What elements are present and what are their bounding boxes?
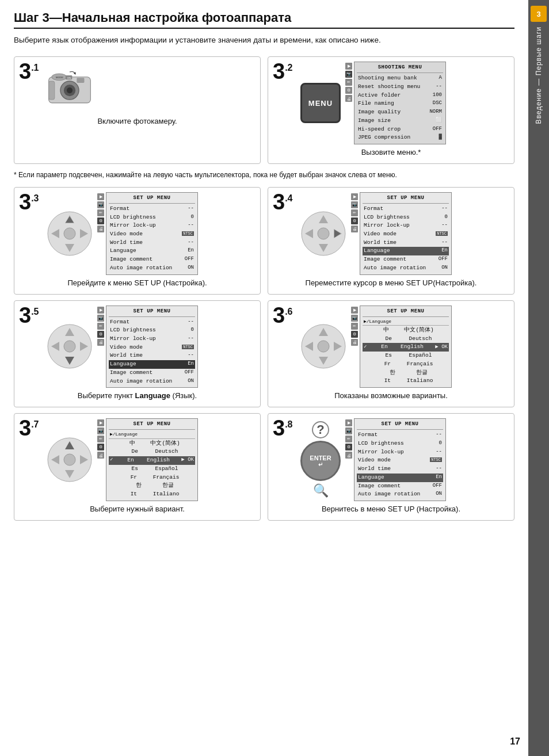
step-number-2: 3.2 [273,60,292,82]
svg-point-9 [67,87,73,93]
dpad-illustration-6 [300,323,346,369]
svg-text:MODE: MODE [56,76,63,79]
setup-sidebar-icon-3: ✏ [97,209,104,216]
shooting-menu-display: ▶ 📷 ✏ ⚙ 🖨 SHOOTING MENU Shooting menu ba… [345,62,446,144]
step-4-caption: Переместите курсор в меню SET UP(Настрой… [273,278,509,289]
step-number-7: 3.7 [19,417,39,439]
step-7-content: ▶ 📷 ✏ ⚙ 🖨 SET UP MENU ▶/Language 中中文(简体)… [19,418,256,501]
step-3-8: 3.8 ? ENTER ↵ 🔍 ▶ 📷 ✏ [268,413,514,521]
setup-sidebar-4: ▶ 📷 ✏ ⚙ 🖨 [351,192,358,275]
menu-row-4: File namingDSC [357,100,443,108]
step-number-1: 3.1 [19,60,39,82]
footnote: * Если параметр подсвечен, нажимайте на … [14,170,514,180]
enter-arrow: ↵ [318,461,323,468]
svg-text:3: 3 [536,10,540,18]
step-3-2: 3.2 MENU ▶ 📷 ✏ ⚙ 🖨 SHOOTING MENU Shooti [268,56,514,164]
sidebar-icon-2: 📷 [345,71,352,78]
dpad-illustration-3 [47,211,93,257]
page-subtitle: Выберите язык отображения информации и у… [14,35,514,46]
setup-menu-display-8: ▶ 📷 ✏ ⚙ 🖨 SET UP MENU Format-- LCD brigh… [345,418,446,501]
setup-sidebar-icon-1: ▶ [97,193,104,200]
step-3-6: 3.6 ▶ 📷 ✏ ⚙ 🖨 [268,300,514,408]
step-3-content: ▶ 📷 ✏ ⚙ 🖨 SET UP MENU Format-- LCD brigh… [19,192,256,275]
setup-sidebar-5: ▶ 📷 ✏ ⚙ 🖨 [97,306,104,388]
lang-options-display: ▶ 📷 ✏ ⚙ 🖨 SET UP MENU ▶/Language 中中文(简体)… [351,306,452,388]
step-5-content: ▶ 📷 ✏ ⚙ 🖨 SET UP MENU Format-- LCD brigh… [19,306,256,388]
step-4-content: ▶ 📷 ✏ ⚙ 🖨 SET UP MENU Format-- LCD brigh… [273,192,509,275]
enter-label: ENTER [310,455,331,461]
setup-menu-screen-4: SET UP MENU Format-- LCD brightness0 Mir… [360,192,452,275]
svg-point-24 [318,228,329,239]
shooting-menu-header: SHOOTING MENU [357,64,443,73]
setup-menu-display-5: ▶ 📷 ✏ ⚙ 🖨 SET UP MENU Format-- LCD brigh… [97,306,198,388]
svg-point-43 [64,454,75,465]
step-3-1: 3.1 MODE ON [14,56,261,164]
step-3-5: 3.5 ▶ 📷 ✏ ⚙ 🖨 [14,300,261,408]
side-tab-text: Введение — Первые шаги [535,26,543,124]
menu-row-7: Hi-speed cropOFF [357,125,443,134]
side-tab: 3 Введение — Первые шаги [528,0,549,756]
menu-row-2: Reset shooting menu-- [357,83,443,91]
language-bold: Language [135,391,170,400]
step-8-content: ? ENTER ↵ 🔍 ▶ 📷 ✏ ⚙ 🖨 [273,418,509,501]
shooting-menu-screen: SHOOTING MENU Shooting menu bankA Reset … [354,62,446,144]
step-6-caption: Показаны возможные варианты. [273,391,509,402]
menu-row-6: Image size⬜ [357,117,443,125]
lang-select-menu: SET UP MENU ▶/Language 中中文(简体) DeDeutsch… [106,418,198,501]
dpad-illustration-7 [47,437,93,483]
step-number-5: 3.5 [19,304,39,326]
page-title: Шаг 3—Начальная настройка фотоаппарата [14,10,514,29]
step-number-4: 3.4 [273,191,292,213]
step-number-8: 3.8 [273,417,292,439]
step-8-caption: Вернитесь в меню SET UP (Настройка). [273,505,509,516]
menu-row-3: Active folder100 [357,91,443,100]
steps-row-3: 3.5 ▶ 📷 ✏ ⚙ 🖨 [14,300,514,408]
step-2-caption: Вызовите меню.* [273,148,509,159]
setup-menu-screen-5: SET UP MENU Format-- LCD brightness0 Mir… [106,306,198,388]
search-icon: 🔍 [313,483,329,498]
setup-sidebar-8: ▶ 📷 ✏ ⚙ 🖨 [345,418,352,501]
setup-sidebar-icon-5: 🖨 [97,226,104,232]
step-3-3: 3.3 [14,187,261,295]
main-content: Шаг 3—Начальная настройка фотоаппарата В… [0,0,528,537]
camera-dial-illustration: MODE ON [47,64,93,110]
steps-row-4: 3.7 ▶ 📷 ✏ ⚙ 🖨 [14,413,514,521]
sidebar-icon-5: 🖨 [345,95,352,102]
question-mark-icon: ? [312,421,329,438]
step-number-3: 3.3 [19,191,39,213]
lang-options-menu: SET UP MENU ▶/Language 中中文(简体) DeDeutsch… [360,306,452,388]
lang-select-display: ▶ 📷 ✏ ⚙ 🖨 SET UP MENU ▶/Language 中中文(简体)… [97,418,198,501]
enter-button-group: ? ENTER ↵ 🔍 [300,421,341,498]
setup-sidebar-icon-4: ⚙ [97,217,104,224]
step-3-caption: Перейдите к меню SET UP (Настройка). [19,278,256,289]
sidebar-icon-3: ✏ [345,79,352,86]
chapter-icon: 3 [531,6,547,22]
svg-text:ON: ON [67,77,71,79]
setup-menu-display-4: ▶ 📷 ✏ ⚙ 🖨 SET UP MENU Format-- LCD brigh… [351,192,452,275]
svg-rect-10 [77,78,84,83]
step-3-7: 3.7 ▶ 📷 ✏ ⚙ 🖨 [14,413,261,521]
menu-sidebar-icons: ▶ 📷 ✏ ⚙ 🖨 [345,62,352,144]
steps-row-1: 3.1 MODE ON [14,56,514,164]
menu-button-illustration: MENU [300,83,341,123]
menu-row-5: Image qualityNORM [357,108,443,117]
lang-select-sidebar: ▶ 📷 ✏ ⚙ 🖨 [97,418,104,501]
steps-row-2: 3.3 [14,187,514,295]
step-2-content: MENU ▶ 📷 ✏ ⚙ 🖨 SHOOTING MENU Shooting me… [273,62,509,144]
setup-menu-screen-3: SET UP MENU Format-- LCD brightness0 Mir… [106,192,198,275]
svg-point-17 [64,228,75,239]
setup-menu-display-3: ▶ 📷 ✏ ⚙ 🖨 SET UP MENU Format-- LCD brigh… [97,192,198,275]
menu-row-1: Shooting menu bankA [357,74,443,83]
dpad-illustration-5 [47,323,93,369]
lang-options-sidebar: ▶ 📷 ✏ ⚙ 🖨 [351,306,358,388]
dpad-illustration-4 [300,211,346,257]
menu-row-8: JPEG compression▓ [357,133,443,142]
step-7-caption: Выберите нужный вариант. [19,505,256,516]
step-number-6: 3.6 [273,304,292,326]
setup-sidebar-3: ▶ 📷 ✏ ⚙ 🖨 [97,192,104,275]
setup-menu-header-3: SET UP MENU [109,194,195,204]
svg-point-37 [318,341,329,352]
step-5-caption: Выберите пункт Language (Язык). [19,391,256,402]
sidebar-icon-4: ⚙ [345,87,352,94]
setup-sidebar-icon-2: 📷 [97,201,104,208]
